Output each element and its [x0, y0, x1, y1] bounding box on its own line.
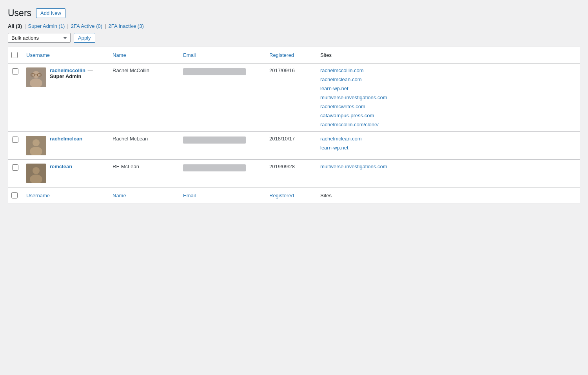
- table-body: rachelmccollin — Super Admin Rachel McCo…: [8, 64, 580, 188]
- cell-name-3: RE McLean: [109, 160, 179, 188]
- header-check: [8, 47, 23, 64]
- svg-point-7: [33, 139, 40, 146]
- cell-name-2: Rachel McLean: [109, 132, 179, 160]
- site-link-2-0[interactable]: rachelmclean.com: [320, 136, 576, 142]
- cell-email-3: [179, 160, 265, 188]
- cell-registered-3: 2019/09/28: [265, 160, 316, 188]
- cell-email-2: [179, 132, 265, 160]
- svg-point-10: [33, 167, 40, 174]
- username-info-3: remclean: [50, 164, 72, 169]
- filter-sep-2: |: [67, 23, 68, 29]
- cell-sites-1: rachelmccollin.com rachelmclean.com lear…: [316, 64, 580, 132]
- avatar-1: [26, 67, 46, 87]
- user-role-1: Super Admin: [50, 73, 93, 79]
- select-all-checkbox-bottom[interactable]: [11, 192, 18, 198]
- header-name[interactable]: Name: [109, 47, 179, 64]
- cell-email-1: [179, 64, 265, 132]
- table-header-row: Username Name Email Registered Sites: [8, 47, 580, 64]
- username-dash-1: —: [86, 67, 93, 73]
- cell-username-3: remclean: [22, 160, 109, 188]
- username-row-1: rachelmccollin —: [50, 67, 93, 73]
- cell-registered-1: 2017/09/16: [265, 64, 316, 132]
- cell-username-2: rachelmclean: [22, 132, 109, 160]
- row-checkbox-3[interactable]: [12, 164, 18, 171]
- table-head: Username Name Email Registered Sites: [8, 47, 580, 64]
- cell-registered-2: 2018/10/17: [265, 132, 316, 160]
- avatar-image-2: [26, 136, 46, 155]
- avatar-3: [26, 164, 46, 183]
- header-email[interactable]: Email: [179, 47, 265, 64]
- row-check-2: [8, 132, 23, 160]
- add-new-button[interactable]: Add New: [36, 8, 65, 18]
- page-wrap: Users Add New All (3) | Super Admin (1) …: [0, 0, 588, 375]
- site-link-2-1[interactable]: learn-wp.net: [320, 145, 576, 151]
- apply-button[interactable]: Apply: [74, 33, 95, 43]
- footer-registered[interactable]: Registered: [265, 188, 316, 204]
- row-check-1: [8, 64, 23, 132]
- table-row: rachelmclean Rachel McLean 2018/10/17 ra…: [8, 132, 580, 160]
- username-link-2[interactable]: rachelmclean: [50, 136, 82, 142]
- email-redacted-2: [183, 137, 246, 144]
- username-info-2: rachelmclean: [50, 136, 82, 142]
- footer-check: [8, 188, 23, 204]
- filter-links: All (3) | Super Admin (1) | 2FA Active (…: [8, 23, 580, 29]
- header-registered[interactable]: Registered: [265, 47, 316, 64]
- row-check-3: [8, 160, 23, 188]
- avatar-2: [26, 136, 46, 155]
- site-link-1-4[interactable]: rachelmcwrites.com: [320, 104, 576, 109]
- site-link-1-3[interactable]: multiverse-investigations.com: [320, 95, 576, 100]
- site-link-1-6[interactable]: rachelmccollin.com/clone/: [320, 122, 576, 127]
- site-link-1-1[interactable]: rachelmclean.com: [320, 76, 576, 82]
- page-header: Users Add New: [8, 8, 580, 18]
- filter-sep-1: |: [24, 23, 25, 29]
- avatar-image-3: [26, 164, 46, 183]
- user-info-3: remclean: [26, 164, 105, 183]
- table-row: rachelmccollin — Super Admin Rachel McCo…: [8, 64, 580, 132]
- email-redacted-1: [183, 68, 246, 75]
- footer-sites: Sites: [316, 188, 580, 204]
- user-info-2: rachelmclean: [26, 136, 105, 155]
- site-link-1-5[interactable]: catawampus-press.com: [320, 113, 576, 118]
- cell-sites-2: rachelmclean.com learn-wp.net: [316, 132, 580, 160]
- filter-link-all[interactable]: All (3): [8, 23, 22, 29]
- avatar-image-1: [26, 67, 46, 87]
- filter-sep-3: |: [105, 23, 106, 29]
- table-foot: Username Name Email Registered Sites: [8, 188, 580, 204]
- table-footer-row: Username Name Email Registered Sites: [8, 188, 580, 204]
- footer-email[interactable]: Email: [179, 188, 265, 204]
- table-row: remclean RE McLean 2019/09/28 multiverse…: [8, 160, 580, 188]
- select-all-checkbox[interactable]: [11, 52, 18, 58]
- row-checkbox-2[interactable]: [12, 137, 18, 143]
- header-sites: Sites: [316, 47, 580, 64]
- svg-point-1: [33, 71, 40, 78]
- username-info-1: rachelmccollin — Super Admin: [50, 67, 93, 79]
- footer-username[interactable]: Username: [22, 188, 109, 204]
- username-link-3[interactable]: remclean: [50, 164, 72, 169]
- username-link-1[interactable]: rachelmccollin: [50, 67, 85, 73]
- bulk-actions-select[interactable]: Bulk actions Delete: [8, 33, 71, 43]
- users-table: Username Name Email Registered Sites: [8, 47, 580, 204]
- cell-name-1: Rachel McCollin: [109, 64, 179, 132]
- site-link-1-2[interactable]: learn-wp.net: [320, 86, 576, 91]
- footer-name[interactable]: Name: [109, 188, 179, 204]
- row-checkbox-1[interactable]: [12, 68, 18, 75]
- site-link-3-0[interactable]: multiverse-investigations.com: [320, 164, 576, 169]
- user-info-1: rachelmccollin — Super Admin: [26, 67, 105, 87]
- page-title: Users: [8, 8, 31, 18]
- email-redacted-3: [183, 164, 246, 171]
- filter-link-super-admin[interactable]: Super Admin (1): [28, 23, 65, 29]
- filter-link-2fa-active[interactable]: 2FA Active (0): [71, 23, 102, 29]
- cell-username-1: rachelmccollin — Super Admin: [22, 64, 109, 132]
- header-username[interactable]: Username: [22, 47, 109, 64]
- cell-sites-3: multiverse-investigations.com: [316, 160, 580, 188]
- bulk-actions-bar: Bulk actions Delete Apply: [8, 33, 580, 43]
- site-link-1-0[interactable]: rachelmccollin.com: [320, 67, 576, 73]
- filter-link-2fa-inactive[interactable]: 2FA Inactive (3): [108, 23, 143, 29]
